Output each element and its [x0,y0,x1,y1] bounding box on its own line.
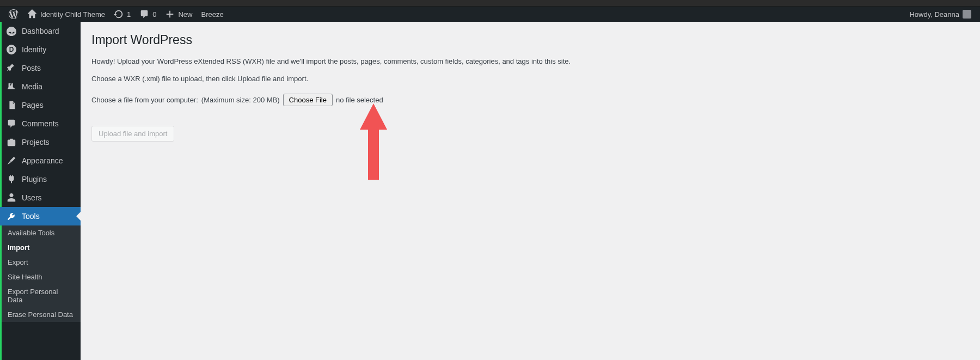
admin-sidebar: Dashboard D Identity Posts Media Pages C… [0,22,81,360]
submenu-erase-personal[interactable]: Erase Personal Data [0,307,81,322]
sidebar-item-label: Media [22,82,42,91]
submenu-export[interactable]: Export [0,255,81,270]
sidebar-item-tools[interactable]: Tools [0,207,81,225]
site-name: Identity Child Theme [40,10,105,19]
instruction-text: Choose a WXR (.xml) file to upload, then… [91,74,969,84]
sidebar-item-posts[interactable]: Posts [0,59,81,77]
wp-logo[interactable] [4,7,23,22]
intro-text: Howdy! Upload your WordPress eXtended RS… [91,56,969,67]
comments-icon [7,119,16,129]
sidebar-item-label: Pages [22,101,44,109]
updates-link[interactable]: 1 [109,7,135,22]
comments-link[interactable]: 0 [135,7,161,22]
home-icon [27,9,37,19]
plus-icon [165,9,175,19]
sidebar-item-label: Identity [22,45,46,54]
portfolio-icon [7,137,16,147]
upload-row: Choose a file from your computer: (Maxim… [91,94,969,106]
new-label: New [178,10,192,19]
sidebar-item-label: Projects [22,138,50,147]
file-status: no file selected [336,96,383,104]
new-content-link[interactable]: New [161,7,197,22]
submenu-site-health[interactable]: Site Health [0,270,81,284]
plugin-icon [7,174,16,184]
sidebar-item-label: Appearance [22,156,63,165]
dashboard-icon [7,26,16,36]
avatar [963,10,971,19]
sidebar-item-label: Comments [22,119,59,128]
pin-icon [7,63,16,73]
sidebar-item-media[interactable]: Media [0,77,81,96]
sidebar-item-users[interactable]: Users [0,188,81,207]
comments-count: 0 [152,10,156,19]
sidebar-item-label: Users [22,193,42,202]
max-size-hint: (Maximum size: 200 MB) [201,96,280,104]
update-icon [114,9,124,19]
wordpress-icon [9,9,19,19]
sidebar-item-pages[interactable]: Pages [0,96,81,114]
arrow-annotation [358,103,389,181]
sidebar-item-label: Posts [22,64,41,72]
sidebar-item-comments[interactable]: Comments [0,114,81,133]
sidebar-item-plugins[interactable]: Plugins [0,170,81,188]
my-account-link[interactable]: Howdy, Deanna [905,7,976,22]
submenu-import[interactable]: Import [0,240,81,255]
breeze-label: Breeze [201,10,223,19]
brush-icon [7,156,16,166]
sidebar-item-label: Tools [22,212,40,221]
breeze-link[interactable]: Breeze [197,7,228,22]
sidebar-item-label: Plugins [22,175,47,184]
submenu-export-personal[interactable]: Export Personal Data [0,284,81,307]
admin-toolbar: Identity Child Theme 1 0 New Breeze Howd… [0,7,980,22]
updates-count: 1 [127,10,131,19]
page-title: Import WordPress [91,33,969,47]
choose-file-label: Choose a file from your computer: [91,96,198,104]
page-icon [7,100,16,110]
tools-icon [7,211,16,221]
tools-submenu: Available Tools Import Export Site Healt… [0,225,81,322]
sidebar-item-identity[interactable]: D Identity [0,40,81,59]
user-icon [7,193,16,203]
submenu-available-tools[interactable]: Available Tools [0,225,81,240]
site-name-link[interactable]: Identity Child Theme [23,7,109,22]
howdy-text: Howdy, Deanna [909,10,959,19]
media-icon [7,82,16,91]
main-content: Import WordPress Howdy! Upload your Word… [81,22,980,360]
choose-file-button[interactable]: Choose File [283,94,333,106]
sidebar-item-projects[interactable]: Projects [0,133,81,151]
sidebar-item-appearance[interactable]: Appearance [0,151,81,170]
upload-import-button[interactable]: Upload file and import [91,126,174,142]
comment-icon [139,9,149,19]
sidebar-item-dashboard[interactable]: Dashboard [0,22,81,40]
identity-icon: D [7,45,16,54]
sidebar-item-label: Dashboard [22,27,59,35]
browser-tab-strip [0,0,980,7]
